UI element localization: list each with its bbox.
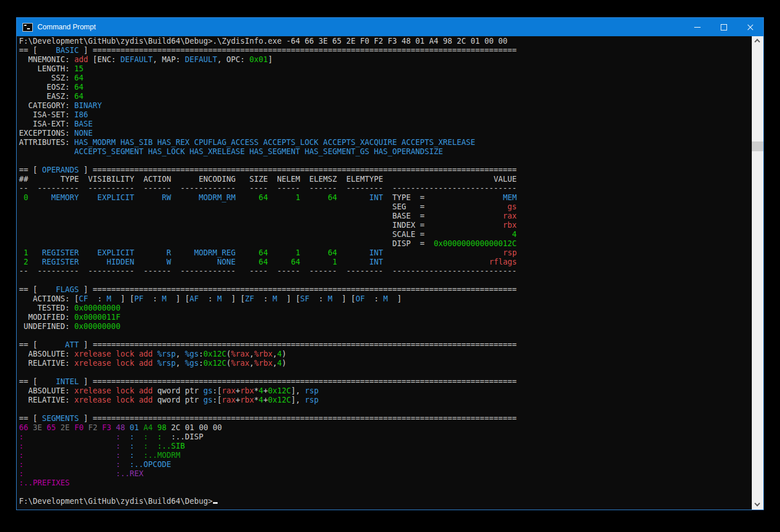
console-line: ACCEPTS_SEGMENT HAS_LOCK HAS_XRELEASE HA…	[19, 147, 517, 156]
console-line: ACTIONS: [CF : M ] [PF : M ] [AF : M ] […	[19, 294, 517, 304]
console-line: SEG = gs	[19, 202, 517, 212]
console-line: SSZ: 64	[19, 74, 517, 83]
console-viewport[interactable]: F:\Development\GitHub\zydis\Build64\Debu…	[17, 36, 763, 510]
console-line: EXCEPTIONS: NONE	[19, 129, 517, 138]
scroll-down-button[interactable]	[752, 500, 763, 510]
console-line: : : : : :..SIB	[19, 442, 517, 451]
console-line: F:\Development\GitHub\zydis\Build64\Debu…	[19, 37, 517, 46]
console-line: ABSOLUTE: xrelease lock add qword ptr gs…	[19, 386, 517, 396]
console-line: == [ FLAGS ] ===========================…	[19, 285, 517, 294]
console-line: TESTED: 0x00000000	[19, 304, 517, 313]
console-line: RELATIVE: xrelease lock add qword ptr gs…	[19, 396, 517, 405]
window-title: Command Prompt	[37, 23, 96, 31]
titlebar[interactable]: Command Prompt	[17, 18, 763, 36]
close-icon	[747, 24, 754, 31]
minimize-icon	[694, 27, 701, 28]
maximize-button[interactable]	[710, 18, 737, 36]
console-line: UNDEFINED: 0x00000000	[19, 322, 517, 331]
console-line: F:\Development\GitHub\zydis\Build64\Debu…	[19, 497, 517, 506]
maximize-icon	[721, 24, 727, 30]
console-line: 2 REGISTER HIDDEN W NONE 64 64 1 INT rfl…	[19, 258, 517, 267]
console-line: CATEGORY: BINARY	[19, 101, 517, 110]
window-controls	[684, 18, 763, 36]
console-line: ISA-EXT: BASE	[19, 120, 517, 129]
console-line: SCALE = 4	[19, 230, 517, 239]
console-line: EASZ: 64	[19, 92, 517, 101]
console-line: BASE = rax	[19, 212, 517, 221]
console-line: LENGTH: 15	[19, 64, 517, 74]
console-output: F:\Development\GitHub\zydis\Build64\Debu…	[19, 37, 517, 506]
scrollbar[interactable]	[752, 36, 763, 510]
scroll-up-button[interactable]	[752, 36, 763, 46]
scroll-thumb[interactable]	[752, 141, 763, 151]
console-line	[19, 331, 517, 340]
cmd-icon	[22, 23, 33, 32]
command-prompt-window: Command Prompt F:\Development\GitHub\zyd…	[16, 17, 764, 510]
console-line: ABSOLUTE: xrelease lock add %rsp, %gs:0x…	[19, 350, 517, 359]
console-line: 66 3E 65 2E F0 F2 F3 48 01 A4 98 2C 01 0…	[19, 423, 517, 433]
console-line: MODIFIED: 0x0000011F	[19, 313, 517, 322]
console-line: : : : :..MODRM	[19, 451, 517, 460]
console-line: == [ BASIC ] ===========================…	[19, 46, 517, 55]
minimize-button[interactable]	[684, 18, 710, 36]
console-line: == [ OPERANDS ] ========================…	[19, 166, 517, 175]
console-line: : :..REX	[19, 469, 517, 479]
console-line	[19, 488, 517, 497]
console-line	[19, 405, 517, 414]
console-line: ## TYPE VISIBILITY ACTION ENCODING SIZE …	[19, 175, 517, 184]
close-button[interactable]	[737, 18, 763, 36]
console-line	[19, 276, 517, 285]
console-line: 1 REGISTER EXPLICIT R MODRM_REG 64 1 64 …	[19, 248, 517, 258]
console-line: -- --------- ---------- ------ ---------…	[19, 184, 517, 193]
console-line: -- --------- ---------- ------ ---------…	[19, 267, 517, 276]
console-line: == [ INTEL ] ===========================…	[19, 377, 517, 386]
console-line: MNEMONIC: add [ENC: DEFAULT, MAP: DEFAUL…	[19, 55, 517, 64]
console-line: == [ ATT ] =============================…	[19, 340, 517, 350]
console-line: RELATIVE: xrelease lock add %rsp, %gs:0x…	[19, 359, 517, 368]
console-line: DISP = 0x000000000000012C	[19, 239, 517, 248]
chevron-down-icon	[755, 501, 760, 507]
console-line: INDEX = rbx	[19, 221, 517, 230]
console-line: EOSZ: 64	[19, 83, 517, 92]
chevron-up-icon	[755, 39, 760, 45]
console-line: ATTRIBUTES: HAS_MODRM HAS_SIB HAS_REX CP…	[19, 138, 517, 147]
console-line: : : : : : :..DISP	[19, 433, 517, 442]
console-line	[19, 368, 517, 377]
console-line: : : :..OPCODE	[19, 460, 517, 469]
console-line: ISA-SET: I86	[19, 110, 517, 120]
console-line	[19, 156, 517, 166]
console-line: 0 MEMORY EXPLICIT RW MODRM_RM 64 1 64 IN…	[19, 193, 517, 202]
console-line: :..PREFIXES	[19, 479, 517, 488]
console-line: == [ SEGMENTS ] ========================…	[19, 414, 517, 423]
